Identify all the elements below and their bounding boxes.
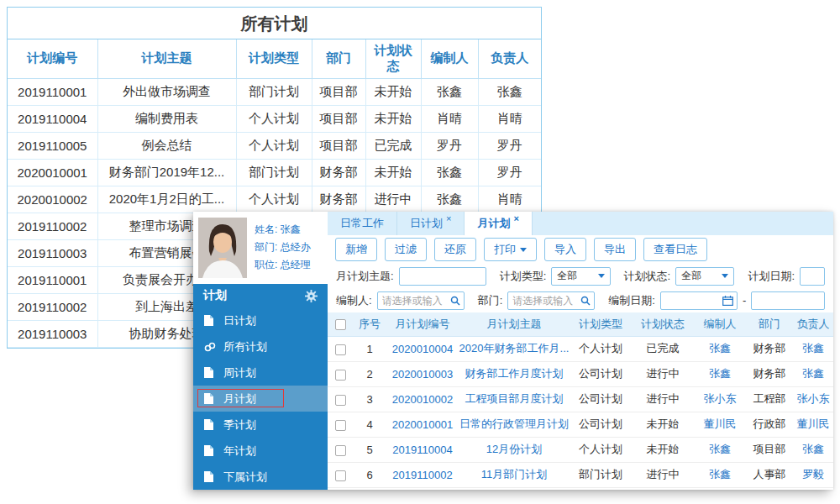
tab-close-icon[interactable]: × xyxy=(513,213,518,223)
button-label: 查看日志 xyxy=(654,242,697,257)
column-header: 负责人 xyxy=(478,39,541,78)
button-label: 还原 xyxy=(444,242,466,257)
row-checkbox[interactable] xyxy=(335,344,346,355)
cell-link[interactable]: 董川民 xyxy=(793,412,833,437)
column-header: 负责人 xyxy=(793,312,833,336)
column-header: 部门 xyxy=(746,312,793,336)
tab-daily-plan[interactable]: 日计划× xyxy=(397,212,465,235)
cell-link[interactable]: 12月份计划 xyxy=(459,437,570,462)
table-row: 2020010001财务部门2019年12...部门计划财务部未开始张鑫罗丹 xyxy=(8,159,541,186)
button-label: 导出 xyxy=(604,242,626,257)
sidebar-item-annual-plan[interactable]: 年计划 xyxy=(193,438,328,464)
cell: 部门计划 xyxy=(236,159,312,186)
row-checkbox[interactable] xyxy=(335,470,346,481)
cell-link[interactable]: 张鑫 xyxy=(694,361,746,386)
cell-link[interactable]: 张鑫 xyxy=(694,462,746,487)
column-header: 计划类型 xyxy=(236,39,312,78)
sidebar-item-weekly-plan[interactable]: 周计划 xyxy=(193,360,328,386)
sidebar-item-all-plans[interactable]: 所有计划 xyxy=(193,333,328,360)
cell-link[interactable]: 财务部工作月度计划 xyxy=(459,361,570,386)
select-all-checkbox[interactable] xyxy=(335,319,346,330)
cell: 2019110001 xyxy=(8,266,97,293)
compile-date-start-input[interactable] xyxy=(660,291,738,310)
type-filter-select[interactable]: 全部 xyxy=(551,267,610,286)
cell: 项目部 xyxy=(312,105,365,132)
sidebar-menu: 日计划所有计划周计划月计划季计划年计划下属计划 xyxy=(193,307,328,490)
cell-link[interactable]: 日常的行政管理月计划 xyxy=(459,412,570,437)
status-filter-select[interactable]: 全部 xyxy=(675,267,734,286)
table-row: 32020010002工程项目部月度计划公司计划进行中张小东工程部张小东 xyxy=(328,386,833,412)
sidebar-item-label: 日计划 xyxy=(223,313,256,328)
plan-date-filter-input[interactable] xyxy=(800,267,825,286)
sidebar-item-label: 下属计划 xyxy=(223,470,267,485)
cell-link[interactable]: 张鑫 xyxy=(793,336,833,361)
cell: 2019110005 xyxy=(8,132,97,159)
restore-button[interactable]: 还原 xyxy=(434,238,476,261)
sidebar-item-subordinate-plans[interactable]: 下属计划 xyxy=(193,464,328,490)
column-header: 编制人 xyxy=(694,312,746,336)
status-filter-value: 全部 xyxy=(681,269,701,283)
link-icon xyxy=(204,342,217,352)
cell-link[interactable]: 张鑫 xyxy=(793,361,833,386)
tab-close-icon[interactable]: × xyxy=(446,213,451,223)
cell-link[interactable]: 张鑫 xyxy=(694,437,746,462)
cell: 4 xyxy=(353,412,386,437)
filter-button[interactable]: 过滤 xyxy=(385,238,427,261)
tab-daily-work[interactable]: 日常工作 xyxy=(328,212,397,235)
add-button[interactable]: 新增 xyxy=(335,238,377,261)
compiler-filter-input[interactable] xyxy=(377,291,465,310)
sidebar-section-label: 计划 xyxy=(203,288,227,303)
cell: 财务部 xyxy=(746,336,793,361)
row-checkbox[interactable] xyxy=(335,370,346,381)
cell-link[interactable]: 2020010001 xyxy=(386,412,459,437)
table-row: 2019110005例会总结个人计划项目部已完成罗丹罗丹 xyxy=(8,132,541,159)
cell-link[interactable]: 张鑫 xyxy=(694,336,746,361)
print-button[interactable]: 打印 xyxy=(484,238,537,261)
cell-link[interactable]: 工程项目部月度计划 xyxy=(459,386,570,412)
cell-link[interactable]: 2020010002 xyxy=(386,386,459,412)
cell: 已完成 xyxy=(365,132,421,159)
cell: 编制费用表 xyxy=(97,105,236,132)
cell-link[interactable]: 张小东 xyxy=(694,386,746,412)
row-checkbox[interactable] xyxy=(335,395,346,406)
compile-date-end-input[interactable] xyxy=(751,291,825,310)
import-button[interactable]: 导入 xyxy=(544,238,586,261)
sidebar-item-label: 年计划 xyxy=(223,444,256,459)
column-header: 计划编号 xyxy=(8,39,97,78)
sidebar-item-daily-plan[interactable]: 日计划 xyxy=(193,307,328,333)
cell-link[interactable]: 2020年财务部工作月... xyxy=(459,336,570,361)
dept-filter-input[interactable] xyxy=(507,291,595,310)
cell-link[interactable]: 罗毅 xyxy=(793,462,833,487)
sidebar-section-plan[interactable]: 计划 xyxy=(193,284,328,307)
cell-link[interactable]: 2019110004 xyxy=(386,437,459,462)
cell-link[interactable]: 张小东 xyxy=(793,386,833,412)
cell-link[interactable]: 董川民 xyxy=(694,412,746,437)
cell-link[interactable]: 2020010004 xyxy=(386,336,459,361)
row-checkbox[interactable] xyxy=(335,445,346,456)
tab-label: 月计划 xyxy=(477,216,510,231)
dept-filter-label: 部门: xyxy=(478,293,503,308)
cell: 公司计划 xyxy=(570,386,632,412)
cell-link[interactable]: 2019110002 xyxy=(386,462,459,487)
cell: 财务部门2019年12... xyxy=(97,159,236,186)
all-plans-title: 所有计划 xyxy=(8,8,541,39)
button-label: 新增 xyxy=(345,242,367,257)
sidebar-item-monthly-plan[interactable]: 月计划 xyxy=(193,386,328,412)
cell-link[interactable]: 11月部门计划 xyxy=(459,462,570,487)
cell: 进行中 xyxy=(632,386,694,412)
gear-icon[interactable] xyxy=(305,290,318,302)
view-log-button[interactable]: 查看日志 xyxy=(643,238,707,261)
subject-filter-input[interactable] xyxy=(399,267,486,286)
row-checkbox[interactable] xyxy=(335,420,346,431)
cell: 2020010002 xyxy=(8,186,97,213)
cell: 公司计划 xyxy=(570,412,632,437)
doc-icon xyxy=(204,315,217,326)
tab-monthly-plan[interactable]: 月计划× xyxy=(465,212,532,235)
sidebar-item-quarterly-plan[interactable]: 季计划 xyxy=(193,412,328,438)
doc-icon xyxy=(204,419,217,430)
doc-icon xyxy=(204,367,217,378)
cell-link[interactable]: 张鑫 xyxy=(793,437,833,462)
cell-link[interactable]: 2020010003 xyxy=(386,361,459,386)
cell: 进行中 xyxy=(365,186,421,213)
export-button[interactable]: 导出 xyxy=(594,238,636,261)
